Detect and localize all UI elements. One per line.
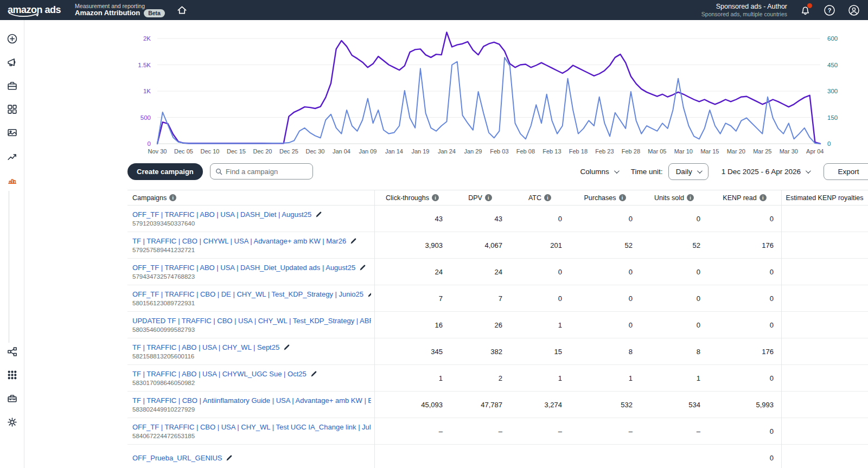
column-label: KENP read (723, 194, 756, 202)
metric-atc: – (510, 427, 570, 435)
campaign-link[interactable]: OFF_Prueba_URL_GENIUS (132, 454, 222, 462)
metric-purchases: 0 (570, 294, 640, 303)
sidebar-item-insights[interactable] (7, 151, 18, 162)
sidebar-item-measurement[interactable] (7, 174, 18, 185)
metric-kenp-read: 0 (708, 454, 781, 462)
metric-kenp-read: 176 (708, 241, 781, 249)
metric-dpv: 47,787 (450, 401, 510, 409)
metric-kenp-read: 0 (708, 374, 781, 382)
column-label: Estimated KENP royalties (786, 194, 864, 202)
sidebar-item-campaigns[interactable] (7, 57, 18, 68)
series-purple (157, 32, 820, 144)
campaign-link[interactable]: OFF_TF | TRAFFIC | CBO | USA | CHY_WL | … (132, 423, 371, 431)
campaign-link[interactable]: TF | TRAFFIC | ABO | USA | CHY_WL | Sept… (132, 343, 279, 351)
info-icon[interactable]: i (687, 194, 694, 201)
campaign-link[interactable]: OFF_TF | TRAFFIC | ABO | USA | DASH_Diet… (132, 264, 355, 272)
info-icon[interactable]: i (619, 194, 626, 201)
notifications-button[interactable] (799, 4, 812, 17)
edit-campaign-icon[interactable] (310, 370, 317, 377)
table-row: TF | TRAFFIC | ABO | USA | CHY_WL | Sept… (127, 338, 868, 365)
x-axis-tick: Feb 28 (622, 148, 640, 155)
home-icon (177, 5, 187, 15)
metric-click-throughs: 345 (374, 348, 450, 356)
metric-kenp-read: 0 (708, 321, 781, 329)
columns-dropdown[interactable]: Columns (580, 168, 618, 176)
edit-campaign-icon[interactable] (359, 264, 366, 271)
table-row: OFF_TF | TRAFFIC | CBO | DE | CHY_WL | T… (127, 285, 868, 312)
metric-units-sold: 52 (640, 241, 708, 249)
info-icon[interactable]: i (760, 194, 767, 201)
x-axis-tick: Dec 05 (174, 148, 193, 155)
metric-kenp-read: 0 (708, 427, 781, 435)
column-header-kenp-read[interactable]: KENP readi (708, 194, 781, 202)
x-axis-tick: Dec 20 (253, 148, 272, 155)
column-header-purchases[interactable]: Purchasesi (570, 194, 640, 202)
edit-campaign-icon[interactable] (367, 291, 371, 298)
column-header-estimated-kenp-royalties[interactable]: Estimated KENP royalties (781, 194, 868, 202)
campaign-link[interactable]: TF | TRAFFIC | ABO | USA | CHYWL_UGC Sue… (132, 370, 307, 378)
info-icon[interactable]: i (169, 194, 176, 201)
column-header-campaigns[interactable]: Campaignsi (127, 194, 374, 202)
chevron-down-icon (697, 168, 703, 174)
campaign-id: 582158813205600116 (132, 353, 371, 360)
x-axis-tick: Mar 10 (674, 148, 693, 155)
edit-campaign-icon[interactable] (315, 211, 322, 218)
campaign-search[interactable] (210, 163, 313, 179)
date-range-dropdown[interactable]: 1 Dec 2025 - 6 Apr 2026 (722, 168, 809, 176)
column-header-dpv[interactable]: DPVi (450, 194, 510, 202)
campaign-link[interactable]: TF | TRAFFIC | CBO | CHYWL | USA | Advan… (132, 237, 346, 245)
info-icon[interactable]: i (432, 194, 439, 201)
help-button[interactable]: ? (823, 4, 836, 17)
metric-click-throughs: 3,903 (374, 241, 450, 249)
briefcase-icon (7, 80, 18, 92)
export-button[interactable]: Export (824, 163, 868, 180)
table-row: TF | TRAFFIC | CBO | Antiinflamatory Gui… (127, 392, 868, 418)
time-unit-dropdown[interactable]: Daily (668, 163, 709, 180)
edit-campaign-icon[interactable] (283, 344, 290, 351)
table-row: TF | TRAFFIC | ABO | USA | CHYWL_UGC Sue… (127, 365, 868, 392)
column-header-click-throughs[interactable]: Click-throughsi (374, 194, 450, 202)
sidebar-item-creative-assets[interactable] (7, 127, 18, 138)
search-input[interactable] (226, 168, 308, 176)
campaign-link[interactable]: OFF_TF | TRAFFIC | ABO | USA | DASH_Diet… (132, 210, 311, 219)
sidebar-item-apps[interactable] (7, 369, 18, 381)
edit-campaign-icon[interactable] (226, 454, 233, 461)
info-icon[interactable]: i (544, 194, 551, 201)
table-body: OFF_TF | TRAFFIC | ABO | USA | DASH_Diet… (127, 206, 868, 468)
metric-dpv: 4,067 (450, 241, 510, 249)
amazon-ads-logo[interactable]: amazon ads (8, 4, 61, 16)
info-icon[interactable]: i (485, 194, 492, 201)
beta-badge: Beta (144, 9, 165, 17)
campaign-link[interactable]: TF | TRAFFIC | CBO | Antiinflamatory Gui… (132, 396, 371, 405)
x-axis-tick: Jan 19 (411, 148, 429, 155)
metric-atc: 3,274 (510, 401, 570, 409)
search-icon (215, 168, 222, 176)
sidebar-item-partner-network[interactable] (7, 346, 18, 357)
edit-campaign-icon[interactable] (350, 238, 357, 245)
account-switcher[interactable]: Sponsored ads - Author Sponsored ads, mu… (701, 3, 787, 18)
sidebar-item-dashboard[interactable] (7, 104, 18, 115)
left-axis-tick: 0 (148, 140, 151, 147)
home-button[interactable] (177, 5, 187, 15)
campaign-link[interactable]: UPDATED TF | TRAFFIC | CBO | USA | CHY_W… (132, 317, 371, 325)
column-label: Click-throughs (386, 194, 429, 202)
help-icon: ? (824, 4, 835, 16)
metric-purchases: 1 (570, 374, 640, 382)
campaign-id: 580354600999582793 (132, 326, 371, 333)
column-header-atc[interactable]: ATCi (510, 194, 570, 202)
sidebar-item-settings[interactable] (7, 416, 18, 428)
x-axis-tick: Feb 23 (595, 148, 614, 155)
metric-atc: 15 (510, 348, 570, 356)
create-campaign-button[interactable]: Create campaign (127, 163, 203, 180)
column-header-units-sold[interactable]: Units soldi (640, 194, 708, 202)
profile-button[interactable] (847, 4, 860, 17)
metric-purchases: 0 (570, 268, 640, 276)
sidebar-item-drafts[interactable] (7, 80, 18, 92)
campaign-link[interactable]: OFF_TF | TRAFFIC | CBO | DE | CHY_WL | T… (132, 290, 363, 298)
metric-purchases: 8 (570, 348, 640, 356)
toolbox-icon (7, 393, 18, 404)
left-axis-tick: 1.5K (138, 62, 151, 68)
sidebar-item-toolbox[interactable] (7, 393, 18, 404)
metric-dpv: – (450, 427, 510, 435)
sidebar-item-create[interactable] (7, 33, 18, 44)
